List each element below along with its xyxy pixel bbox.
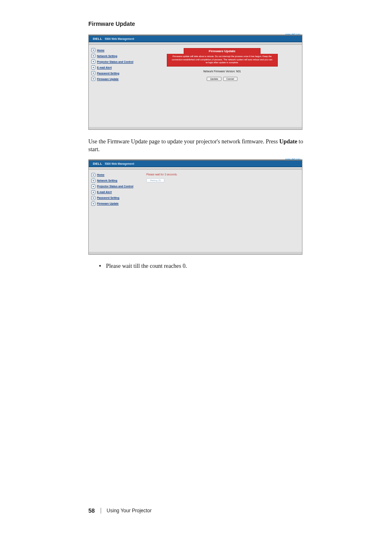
divider [101, 508, 101, 514]
wait-message: Please wait for 3 seconds. [146, 173, 178, 176]
arrow-right-icon [91, 71, 95, 75]
sidebar-item-password[interactable]: Password Setting [91, 196, 140, 200]
sidebar-item-label: Home [97, 173, 104, 176]
app-name: 5300 Web Management [105, 162, 134, 165]
sidebar-item-label: Network Setting [97, 55, 117, 58]
sidebar-item-projector-status[interactable]: Projector Status and Control [91, 60, 140, 64]
arrow-right-icon [91, 60, 95, 64]
sidebar-item-projector-status[interactable]: Projector Status and Control [91, 184, 140, 189]
arrow-right-icon [91, 48, 95, 52]
bullet-item: •Please wait till the count reaches 0. [88, 263, 304, 269]
waiting-button: Waiting (3) [146, 178, 164, 182]
paragraph-bold: Update [279, 138, 297, 145]
sidebar-item-label: E-mail Alert [97, 191, 112, 193]
bullet-text: Please wait till the count reaches 0. [106, 263, 187, 269]
brand-logo: DELL [93, 162, 102, 166]
sidebar-item-label: Firmware Update [97, 202, 119, 205]
sidebar-item-home[interactable]: Home [91, 48, 140, 52]
sidebar-item-network[interactable]: Network Setting [91, 54, 140, 58]
sidebar-item-label: Home [97, 49, 104, 52]
section-heading: Firmware Update [88, 21, 304, 27]
url-label: www.dell.com [285, 158, 300, 160]
page-number: 58 [88, 507, 95, 514]
sidebar-item-network[interactable]: Network Setting [91, 179, 140, 183]
sidebar-nav: Home Network Setting Projector Status an… [89, 170, 142, 252]
main-content: Firmware Update Firmware update will tak… [142, 45, 302, 127]
sidebar-item-firmware-update[interactable]: Firmware Update [91, 202, 140, 206]
app-header: DELL 5300 Web Management [89, 161, 302, 167]
sidebar-item-label: Projector Status and Control [97, 60, 133, 63]
panel-title: Firmware Update [184, 48, 261, 54]
app-name: 5300 Web Management [105, 37, 134, 40]
arrow-right-icon [91, 54, 95, 58]
brand-logo: DELL [93, 37, 102, 41]
sidebar-item-label: Password Setting [97, 72, 120, 75]
sidebar-nav: Home Network Setting Projector Status an… [89, 45, 142, 127]
cancel-button[interactable]: Cancel [223, 77, 238, 81]
sidebar-item-password[interactable]: Password Setting [91, 71, 140, 75]
sidebar-item-label: Password Setting [97, 196, 120, 199]
paragraph: Use the Firmware Update page to update y… [88, 138, 304, 154]
arrow-right-icon [91, 173, 95, 177]
update-button[interactable]: Update [207, 77, 221, 81]
firmware-version-text: Network Firmware Version: N01 [203, 70, 241, 73]
firmware-update-screenshot: www.dell.com DELL 5300 Web Management Ho… [88, 35, 302, 130]
sidebar-item-label: E-mail Alert [97, 66, 112, 69]
sidebar-item-label: Firmware Update [97, 78, 119, 81]
section-name: Using Your Projector [107, 508, 152, 514]
sidebar-item-home[interactable]: Home [91, 173, 140, 177]
paragraph-text: Use the Firmware Update page to update y… [88, 138, 279, 145]
bullet-dot: • [99, 263, 106, 269]
waiting-screenshot: www.dell.com DELL 5300 Web Management Ho… [88, 159, 302, 255]
arrow-right-icon [91, 77, 95, 81]
warning-message: Firmware update will take about a minute… [167, 54, 278, 67]
arrow-right-icon [91, 196, 95, 200]
page-footer: 58 Using Your Projector [88, 507, 152, 514]
sidebar-item-email-alert[interactable]: E-mail Alert [91, 65, 140, 69]
arrow-right-icon [91, 179, 95, 183]
main-content: Please wait for 3 seconds. Waiting (3) [142, 170, 302, 252]
arrow-right-icon [91, 65, 95, 69]
arrow-right-icon [91, 184, 95, 189]
url-label: www.dell.com [285, 33, 300, 35]
sidebar-item-email-alert[interactable]: E-mail Alert [91, 190, 140, 194]
sidebar-item-label: Network Setting [97, 179, 117, 182]
sidebar-item-firmware-update[interactable]: Firmware Update [91, 77, 140, 81]
sidebar-item-label: Projector Status and Control [97, 185, 133, 188]
arrow-right-icon [91, 190, 95, 194]
app-header: DELL 5300 Web Management [89, 36, 302, 42]
arrow-right-icon [91, 202, 95, 206]
